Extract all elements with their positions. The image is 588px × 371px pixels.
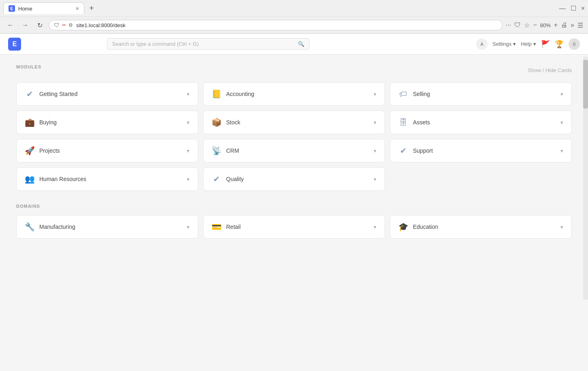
maximize-button[interactable]: ☐ bbox=[571, 4, 576, 12]
module-card-left: 🔧 Manufacturing bbox=[25, 222, 75, 232]
zoom-minus-icon[interactable]: − bbox=[533, 21, 537, 29]
modules-label: MODULES bbox=[16, 64, 41, 69]
zoom-plus-icon[interactable]: + bbox=[554, 21, 558, 29]
module-card-support[interactable]: ✔ Support ▾ bbox=[390, 139, 572, 162]
module-card-stock[interactable]: 📦 Stock ▾ bbox=[203, 111, 385, 134]
shield-toolbar-icon[interactable]: 🛡 bbox=[514, 21, 521, 29]
window-close-button[interactable]: × bbox=[581, 5, 585, 12]
getting-started-name: Getting Started bbox=[39, 91, 77, 97]
forward-button[interactable]: → bbox=[19, 19, 31, 31]
extensions-icon[interactable]: » bbox=[571, 21, 574, 29]
module-card-left: 👥 Human Resources bbox=[25, 174, 86, 184]
notification-count-badge[interactable]: 0 bbox=[569, 38, 580, 50]
search-placeholder-text: Search or type a command (Ctrl + G) bbox=[112, 41, 295, 47]
assets-name: Assets bbox=[413, 119, 430, 126]
module-card-quality[interactable]: ✔ Quality ▾ bbox=[203, 167, 385, 191]
quality-icon: ✔ bbox=[212, 174, 221, 184]
module-card-human-resources[interactable]: 👥 Human Resources ▾ bbox=[16, 167, 198, 191]
selling-name: Selling bbox=[413, 91, 430, 97]
cookie-icon: ⚙ bbox=[68, 22, 73, 28]
new-tab-button[interactable]: + bbox=[86, 4, 97, 13]
quality-chevron-icon: ▾ bbox=[374, 176, 376, 182]
projects-icon: 🚀 bbox=[25, 146, 34, 156]
getting-started-chevron-icon: ▾ bbox=[187, 91, 190, 97]
tab-title: Home bbox=[18, 6, 32, 12]
accounting-name: Accounting bbox=[226, 91, 254, 97]
module-card-left: ✔ Quality bbox=[212, 174, 244, 184]
module-card-projects[interactable]: 🚀 Projects ▾ bbox=[16, 139, 198, 162]
trophy-icon[interactable]: 🏆 bbox=[555, 40, 564, 49]
module-card-accounting[interactable]: 📒 Accounting ▾ bbox=[203, 82, 385, 106]
module-card-left: 📡 CRM bbox=[212, 146, 239, 156]
browser-toolbar: ← → ↻ 🛡 ✂ ⚙ site1.local:8000/desk ··· 🛡 … bbox=[0, 17, 588, 33]
module-card-left: ✔ Getting Started bbox=[25, 89, 77, 99]
module-card-left: 🎓 Education bbox=[398, 222, 438, 232]
app-logo[interactable]: E bbox=[8, 38, 21, 51]
module-card-left: 🚀 Projects bbox=[25, 146, 60, 156]
quality-name: Quality bbox=[226, 176, 244, 182]
assets-chevron-icon: ▾ bbox=[560, 119, 563, 126]
settings-button[interactable]: Settings ▾ bbox=[492, 41, 516, 47]
bookmark-icon[interactable]: ☆ bbox=[524, 21, 530, 29]
education-chevron-icon: ▾ bbox=[560, 224, 563, 230]
search-icon: 🔍 bbox=[298, 41, 304, 47]
browser-chrome: E Home × + — ☐ × ← → ↻ 🛡 ✂ ⚙ site1.local… bbox=[0, 0, 588, 34]
selling-icon: 🏷 bbox=[398, 90, 408, 99]
buying-chevron-icon: ▾ bbox=[187, 119, 190, 126]
buying-icon: 💼 bbox=[25, 117, 34, 127]
module-card-left: ✔ Support bbox=[398, 146, 433, 156]
module-card-assets[interactable]: 🗄 Assets ▾ bbox=[390, 111, 572, 134]
window-controls: — ☐ × bbox=[559, 4, 585, 12]
print-icon[interactable]: 🖨 bbox=[561, 21, 567, 29]
module-card-education[interactable]: 🎓 Education ▾ bbox=[390, 215, 572, 239]
tracking-icon: ✂ bbox=[62, 22, 66, 28]
human-resources-chevron-icon: ▾ bbox=[187, 176, 190, 182]
domains-section: DOMAINS 🔧 Manufacturing ▾ 💳 Retail ▾ 🎓 E… bbox=[16, 204, 572, 239]
minimize-button[interactable]: — bbox=[559, 5, 566, 12]
manufacturing-name: Manufacturing bbox=[39, 224, 75, 230]
shield-icon: 🛡 bbox=[54, 22, 60, 28]
human-resources-name: Human Resources bbox=[39, 176, 86, 182]
domains-label: DOMAINS bbox=[16, 204, 572, 209]
browser-titlebar: E Home × + — ☐ × bbox=[0, 0, 588, 17]
module-card-left: 🏷 Selling bbox=[398, 90, 430, 99]
support-icon: ✔ bbox=[398, 146, 408, 156]
projects-chevron-icon: ▾ bbox=[187, 148, 190, 154]
module-card-getting-started[interactable]: ✔ Getting Started ▾ bbox=[16, 82, 198, 106]
manufacturing-chevron-icon: ▾ bbox=[187, 224, 190, 230]
human-resources-icon: 👥 bbox=[25, 174, 34, 184]
notification-flag-icon[interactable]: 🚩 bbox=[541, 40, 550, 49]
browser-tab[interactable]: E Home × bbox=[3, 2, 84, 14]
modules-section-header: MODULES Show / Hide Cards bbox=[16, 64, 572, 76]
header-right: A Settings ▾ Help ▾ 🚩 🏆 0 bbox=[476, 38, 580, 50]
tab-favicon: E bbox=[9, 5, 15, 12]
more-options-icon[interactable]: ··· bbox=[506, 21, 511, 29]
help-label: Help bbox=[521, 41, 532, 47]
help-button[interactable]: Help ▾ bbox=[521, 41, 536, 47]
scrollbar-thumb[interactable] bbox=[583, 60, 588, 109]
show-hide-cards-link[interactable]: Show / Hide Cards bbox=[528, 67, 572, 73]
back-button[interactable]: ← bbox=[5, 19, 16, 31]
language-button[interactable]: A bbox=[476, 38, 488, 50]
scrollbar[interactable] bbox=[583, 57, 588, 300]
retail-name: Retail bbox=[226, 224, 241, 230]
crm-chevron-icon: ▾ bbox=[374, 148, 376, 154]
module-card-left: 💼 Buying bbox=[25, 117, 57, 127]
module-card-retail[interactable]: 💳 Retail ▾ bbox=[203, 215, 385, 239]
module-card-buying[interactable]: 💼 Buying ▾ bbox=[16, 111, 198, 134]
tab-close-button[interactable]: × bbox=[76, 5, 79, 12]
help-chevron-icon: ▾ bbox=[533, 41, 536, 47]
search-bar[interactable]: Search or type a command (Ctrl + G) 🔍 bbox=[107, 38, 310, 50]
address-bar[interactable]: 🛡 ✂ ⚙ site1.local:8000/desk bbox=[49, 20, 502, 30]
module-card-crm[interactable]: 📡 CRM ▾ bbox=[203, 139, 385, 162]
support-chevron-icon: ▾ bbox=[560, 148, 563, 154]
education-icon: 🎓 bbox=[398, 222, 408, 232]
module-card-selling[interactable]: 🏷 Selling ▾ bbox=[390, 82, 572, 106]
accounting-icon: 📒 bbox=[212, 89, 221, 99]
reload-button[interactable]: ↻ bbox=[34, 19, 45, 31]
crm-icon: 📡 bbox=[212, 146, 221, 156]
menu-icon[interactable]: ☰ bbox=[577, 21, 583, 29]
getting-started-icon: ✔ bbox=[25, 89, 34, 99]
app-header: E Search or type a command (Ctrl + G) 🔍 … bbox=[0, 34, 588, 55]
module-card-manufacturing[interactable]: 🔧 Manufacturing ▾ bbox=[16, 215, 198, 239]
